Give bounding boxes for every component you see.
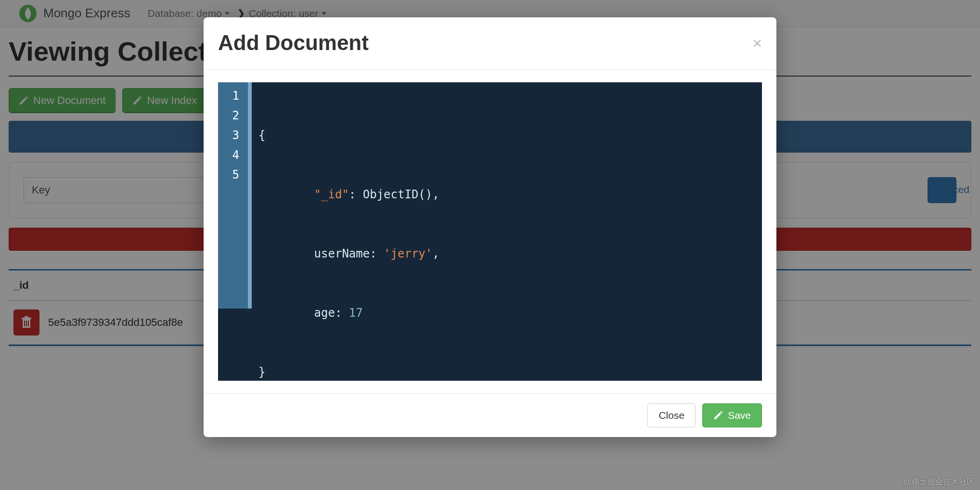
- code-str-jerry: 'jerry': [384, 247, 432, 260]
- modal-overlay: Add Document × 1 2 3 4 5 { "_: [0, 0, 980, 490]
- code-brace-open: {: [258, 129, 265, 142]
- editor-gutter: 1 2 3 4 5: [218, 82, 252, 309]
- code-func-objectid: ObjectID(): [363, 188, 433, 201]
- line-number: 1: [218, 86, 239, 106]
- modal-title: Add Document: [218, 31, 369, 55]
- code-key-username: userName: [314, 247, 370, 260]
- code-colon: :: [349, 188, 363, 201]
- line-number: 3: [218, 126, 239, 145]
- modal-body: 1 2 3 4 5 { "_id": ObjectID(), userName:…: [204, 70, 776, 393]
- pencil-icon: [713, 411, 723, 420]
- save-label: Save: [728, 410, 751, 421]
- code-num-17: 17: [349, 306, 363, 320]
- code-key-id: "_id": [314, 188, 349, 201]
- save-button[interactable]: Save: [702, 403, 762, 427]
- code-colon: :: [335, 306, 349, 320]
- json-editor[interactable]: 1 2 3 4 5 { "_id": ObjectID(), userName:…: [218, 82, 762, 381]
- close-button[interactable]: Close: [647, 403, 696, 427]
- close-icon[interactable]: ×: [752, 35, 762, 51]
- code-brace-close: }: [258, 365, 265, 379]
- line-numbers: 1 2 3 4 5: [218, 82, 248, 309]
- add-document-modal: Add Document × 1 2 3 4 5 { "_: [204, 17, 776, 437]
- line-number: 4: [218, 145, 239, 165]
- line-number: 5: [218, 165, 239, 185]
- watermark: @稀土掘金技术社区: [903, 477, 975, 487]
- code-comma: ,: [432, 247, 439, 260]
- editor-code[interactable]: { "_id": ObjectID(), userName: 'jerry', …: [252, 82, 449, 381]
- code-key-age: age: [314, 306, 335, 320]
- code-colon: :: [370, 247, 384, 260]
- gutter-strip: [248, 82, 252, 309]
- modal-header: Add Document ×: [204, 17, 776, 70]
- code-comma: ,: [432, 188, 439, 201]
- line-number: 2: [218, 106, 239, 126]
